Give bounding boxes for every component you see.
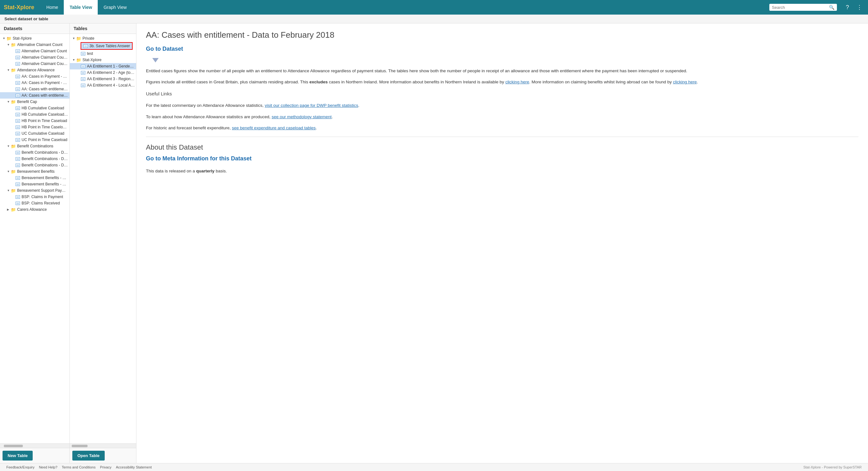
tree-node-bc-1[interactable]: HB Cumulative Caseload <box>0 105 69 111</box>
clicking-here-link-2[interactable]: clicking here <box>673 79 697 84</box>
tree-node-aa-3[interactable]: AA: Cases with entitlement - Data from M <box>0 86 69 92</box>
footer-accessibility[interactable]: Accessibility Statement <box>116 465 152 469</box>
folder-icon: 📁 <box>76 57 81 62</box>
more-icon[interactable]: ⋮ <box>855 3 864 12</box>
horizontal-scrollbar[interactable] <box>0 443 69 448</box>
tree-node-bco-3[interactable]: Benefit Combinations - Data to February <box>0 162 69 168</box>
table-icon <box>83 43 88 48</box>
tree-node-aa-folder[interactable]: ▼ 📁 Attendance Allowance <box>0 67 69 73</box>
tree-label: AA: Cases in Payment - Data to Februar <box>22 80 68 85</box>
tree-label: Carers Allowance <box>17 207 46 212</box>
tree-node-bsp-folder[interactable]: ▼ 📁 Bereavement Support Payment <box>0 187 69 194</box>
search-input[interactable] <box>772 5 829 10</box>
bottom-bold: quarterly <box>196 169 214 173</box>
tree-node-aa-ent-4[interactable]: AA Entitlement 4 - Local Authority (to F… <box>70 82 136 89</box>
detail-para1: Entitled cases figures show the number o… <box>146 68 859 74</box>
table-icon <box>15 150 20 155</box>
tree-node-acc-1[interactable]: Alternative Claimant Count <box>0 48 69 54</box>
tree-label: AA Entitlement 1 - Gender (to Feb 2018) <box>87 64 135 68</box>
tree-label: Alternative Claimant Count <box>22 49 67 53</box>
footer-terms[interactable]: Terms and Conditions <box>62 465 95 469</box>
go-to-meta-link[interactable]: Go to Meta Information for this Dataset <box>146 155 859 162</box>
open-table-button[interactable]: Open Table <box>72 451 105 461</box>
tree-node-benefitcap-folder[interactable]: ▼ 📁 Benefit Cap <box>0 99 69 105</box>
tree-node-private-folder[interactable]: ▼ 📁 Private <box>70 35 136 41</box>
footer-feedback[interactable]: Feedback/Enquiry <box>6 465 35 469</box>
methodology-link[interactable]: see our methodology statement <box>272 114 332 119</box>
section-divider <box>146 137 859 137</box>
tree-label: AA: Cases with entitlement - Data from M <box>22 87 68 91</box>
tree-label: HB Cumulative Caseload <box>22 106 64 110</box>
tree-node-aa-ent-1[interactable]: AA Entitlement 1 - Gender (to Feb 2018) <box>70 63 136 69</box>
tree-node-bereave-folder[interactable]: ▼ 📁 Bereavement Benefits <box>0 168 69 175</box>
para2-end: . <box>697 79 698 84</box>
folder-icon: 📁 <box>11 143 16 149</box>
tree-node-acc-2[interactable]: Alternative Claimant Count Off Flows <box>0 54 69 61</box>
para4-before: To learn about how Attendance Allowance … <box>146 114 272 119</box>
tree-node-save-tables[interactable]: 3b. Save Tables Answer <box>70 41 136 51</box>
datasets-panel: Datasets ▼ 📁 Stat-Xplore ▼ 📁 Alternative… <box>0 24 70 463</box>
new-table-button[interactable]: New Table <box>3 451 33 461</box>
tree-node-bc-5[interactable]: UC Cumulative Caseload <box>0 130 69 137</box>
expand-icon: ▼ <box>7 170 10 173</box>
expand-icon: ▼ <box>3 37 6 40</box>
tree-node-bc-6[interactable]: UC Point in Time Caseload <box>0 137 69 143</box>
para2-before: Figures include all entitled cases in Gr… <box>146 79 309 84</box>
tables-panel: Tables ▼ 📁 Private 3b. Save Tables Answe… <box>70 24 136 463</box>
tree-node-bb-2[interactable]: Bereavement Benefits - Data to February <box>0 181 69 187</box>
nav-table-view[interactable]: Table View <box>64 0 98 14</box>
tree-node-bsp-2[interactable]: BSP: Claims Received <box>0 200 69 206</box>
tree-node-acc-3[interactable]: Alternative Claimant Count On Flows <box>0 61 69 67</box>
highlighted-table-item: 3b. Save Tables Answer <box>81 42 133 50</box>
help-icon[interactable]: ? <box>843 3 852 12</box>
tree-node-statxplore-tables-folder[interactable]: ▼ 📁 Stat-Xplore <box>70 57 136 63</box>
arrow-down-icon <box>152 58 159 62</box>
detail-title: AA: Cases with entitlement - Data to Feb… <box>146 30 859 41</box>
para5-before: For historic and forecast benefit expend… <box>146 126 232 130</box>
tree-node-benefitcomb-folder[interactable]: ▼ 📁 Benefit Combinations <box>0 143 69 149</box>
footer-need-help[interactable]: Need Help? <box>39 465 57 469</box>
main-layout: Datasets ▼ 📁 Stat-Xplore ▼ 📁 Alternative… <box>0 24 868 463</box>
tree-node-carers-folder[interactable]: ▶ 📁 Carers Allowance <box>0 206 69 213</box>
tree-node-bc-2[interactable]: HB Cumulative Caseload - 2001 COA (u <box>0 111 69 117</box>
clicking-here-link-1[interactable]: clicking here <box>505 79 529 84</box>
table-icon <box>81 70 86 75</box>
new-table-button-container: New Table <box>0 448 69 463</box>
tree-node-bc-3[interactable]: HB Point in Time Caseload <box>0 117 69 124</box>
tree-node-aa-1[interactable]: AA: Cases in Payment - Data from May 2 <box>0 73 69 79</box>
expenditure-link[interactable]: see benefit expenditure and caseload tab… <box>232 126 316 130</box>
bottom-after: basis. <box>214 169 227 173</box>
tree-node-bco-2[interactable]: Benefit Combinations - Data from May 20 <box>0 156 69 162</box>
expand-icon: ▼ <box>7 68 10 72</box>
tree-node-acc-folder[interactable]: ▼ 📁 Alternative Claimant Count <box>0 41 69 48</box>
expand-icon: ▼ <box>72 58 75 62</box>
expand-icon: ▼ <box>7 189 10 192</box>
footer-privacy[interactable]: Privacy <box>100 465 111 469</box>
tree-node-bb-1[interactable]: Bereavement Benefits - Data from May 2 <box>0 175 69 181</box>
tree-label: Benefit Combinations <box>17 144 53 148</box>
tree-node-aa-ent-2[interactable]: AA Entitlement 2 - Age (to Feb 2018) <box>70 69 136 76</box>
scrollbar-thumb <box>72 445 88 447</box>
tree-label: AA Entitlement 4 - Local Authority (to F… <box>87 83 135 88</box>
para4-after: . <box>332 114 333 119</box>
tree-node-bc-4[interactable]: HB Point in Time Caseload - 2001 COA ( <box>0 124 69 130</box>
tree-node-aa-ent-3[interactable]: AA Entitlement 3 - Region (to Feb 2018) <box>70 76 136 82</box>
expand-icon: ▼ <box>72 37 75 40</box>
nav-home[interactable]: Home <box>41 0 64 14</box>
tree-label: Benefit Combinations - Data to February <box>22 163 68 167</box>
collection-page-link[interactable]: visit our collection page for DWP benefi… <box>265 103 358 108</box>
tree-label: Alternative Claimant Count Off Flows <box>22 55 68 60</box>
go-to-dataset-link[interactable]: Go to Dataset <box>146 46 859 52</box>
brand-logo: Stat-Xplore <box>4 4 34 11</box>
nav-graph-view[interactable]: Graph View <box>98 0 132 14</box>
tables-horizontal-scrollbar[interactable] <box>70 443 136 448</box>
tree-node-aa-2[interactable]: AA: Cases in Payment - Data to Februar <box>0 79 69 86</box>
tree-node-stat-xplore[interactable]: ▼ 📁 Stat-Xplore <box>0 35 69 41</box>
detail-para3: For the latest commentary on Attendance … <box>146 102 859 109</box>
tree-node-test[interactable]: test <box>70 51 136 57</box>
tree-node-bco-1[interactable]: Benefit Combinations - Data from May 20 <box>0 149 69 156</box>
tree-label: Stat-Xplore <box>83 58 101 62</box>
tree-node-bsp-1[interactable]: BSP: Claims in Payment <box>0 194 69 200</box>
search-icon[interactable]: 🔍 <box>829 5 834 10</box>
tree-node-aa-4[interactable]: AA: Cases with entitlement - Data to Feb <box>0 92 69 99</box>
